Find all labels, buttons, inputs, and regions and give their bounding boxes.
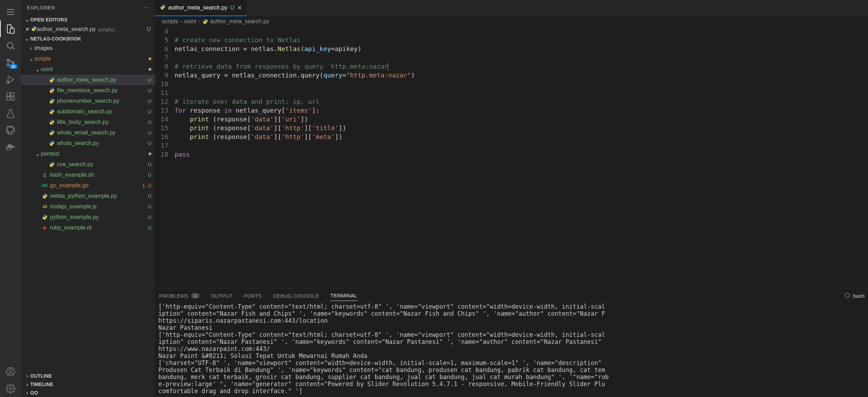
svg-point-23	[9, 369, 12, 372]
code-content[interactable]: # create new connection to Netlasnetlas_…	[175, 27, 868, 288]
svg-point-8	[12, 62, 14, 64]
outline-section[interactable]: › OUTLINE	[21, 372, 155, 380]
github-icon[interactable]	[2, 122, 19, 139]
git-status: U	[146, 109, 151, 114]
editor-tab[interactable]: author_meta_search.py U ✕	[155, 0, 247, 16]
py-file-icon	[48, 140, 56, 146]
svg-rect-20	[8, 145, 10, 146]
ports-tab[interactable]: PORTS	[243, 291, 262, 301]
run-debug-icon[interactable]	[2, 71, 19, 88]
breadcrumb[interactable]: scripts › osint › author_meta_search.py	[155, 16, 868, 27]
code-editor[interactable]: 456789101112131415161718 # create new co…	[155, 27, 868, 288]
line-number-gutter: 456789101112131415161718	[155, 27, 175, 288]
file-item[interactable]: JSnodejs_example.jsU	[21, 201, 155, 212]
accounts-icon[interactable]	[2, 363, 19, 380]
file-item[interactable]: ◆ruby_example.rbU	[21, 222, 155, 233]
file-name: author_meta_search.py	[57, 77, 146, 83]
git-status: 1, U	[140, 183, 151, 188]
source-control-icon[interactable]: 15	[2, 54, 19, 71]
svg-rect-21	[10, 145, 12, 146]
git-status: U	[146, 204, 151, 209]
terminal-shell-icon[interactable]	[844, 292, 850, 299]
activity-bar: 15	[0, 0, 21, 397]
output-tab[interactable]: OUTPUT	[210, 291, 233, 301]
sidebar-more-icon[interactable]: ⋯	[144, 5, 150, 11]
untracked-dot-icon	[149, 152, 151, 155]
file-item[interactable]: subdomain_search.pyU	[21, 106, 155, 117]
docker-icon[interactable]	[2, 139, 19, 156]
folder-pentest[interactable]: ⌄ pentest	[21, 149, 155, 159]
file-name: nodejs_example.js	[50, 203, 146, 210]
file-item[interactable]: whois_email_search.pyU	[21, 127, 155, 138]
file-item[interactable]: netlas_python_example.pyU	[21, 191, 155, 201]
breadcrumb-item[interactable]: osint	[184, 18, 196, 25]
extensions-icon[interactable]	[2, 88, 19, 105]
file-item[interactable]: file_mentions_search.pyU	[21, 85, 155, 96]
open-editors-section[interactable]: ⌄ OPEN EDITORS	[21, 15, 155, 24]
chevron-right-icon: ›	[24, 373, 30, 379]
search-icon[interactable]	[2, 37, 19, 54]
modified-dot-icon	[149, 57, 151, 60]
breadcrumb-item[interactable]: author_meta_search.py	[210, 18, 269, 25]
file-item[interactable]: $bash_example.shU	[21, 170, 155, 180]
file-item[interactable]: GOgo_example.go1, U	[21, 180, 155, 191]
git-status: U	[146, 172, 151, 178]
open-editor-item[interactable]: ✕ author_meta_search.py scripts/... U	[21, 24, 155, 34]
file-item[interactable]: python_example.pyU	[21, 212, 155, 222]
panel-tabs: PROBLEMS 1 OUTPUT PORTS DEBUG CONSOLE TE…	[155, 288, 868, 303]
open-editor-status: U	[146, 26, 153, 32]
svg-point-6	[7, 59, 9, 61]
py-file-icon	[41, 193, 49, 199]
go-section[interactable]: › GO	[21, 389, 155, 397]
file-name: title_body_search.py	[57, 119, 146, 125]
file-item[interactable]: title_body_search.pyU	[21, 117, 155, 127]
breadcrumb-item[interactable]: scripts	[162, 18, 178, 25]
file-name: subdomain_search.py	[57, 108, 146, 115]
svg-line-5	[12, 48, 14, 49]
py-file-icon	[48, 77, 56, 83]
chevron-right-icon: ›	[27, 45, 34, 51]
py-file-icon	[41, 214, 49, 220]
rb-file-icon: ◆	[41, 225, 49, 231]
svg-rect-14	[11, 97, 14, 100]
menu-icon[interactable]	[2, 4, 19, 20]
settings-gear-icon[interactable]	[2, 380, 19, 397]
explorer-icon[interactable]	[2, 20, 19, 37]
repo-section[interactable]: ⌄ NETLAS-COOKBOOK	[21, 34, 155, 43]
problems-tab[interactable]: PROBLEMS 1	[158, 291, 200, 301]
file-item[interactable]: cve_search.pyU	[21, 159, 155, 170]
svg-point-7	[7, 64, 9, 66]
terminal-tab[interactable]: TERMINAL	[330, 290, 358, 301]
file-item[interactable]: author_meta_search.pyU	[21, 75, 155, 85]
main-area: author_meta_search.py U ✕ scripts › osin…	[155, 0, 868, 397]
folder-images[interactable]: › images	[21, 43, 155, 53]
close-icon[interactable]: ✕	[237, 5, 242, 11]
timeline-section[interactable]: › TIMELINE	[21, 380, 155, 389]
py-file-icon	[48, 162, 56, 167]
folder-scripts[interactable]: ⌄ scripts	[21, 53, 155, 64]
file-name: file_mentions_search.py	[57, 87, 146, 94]
terminal-output[interactable]: ['http-equiv="Content-Type" content="tex…	[155, 303, 868, 397]
chevron-right-icon: ›	[24, 382, 30, 387]
folder-osint[interactable]: ⌄ osint	[21, 64, 155, 75]
git-status: U	[146, 162, 151, 167]
py-file-icon	[48, 98, 56, 104]
debug-console-tab[interactable]: DEBUG CONSOLE	[272, 291, 320, 301]
file-tree: › images ⌄ scripts ⌄ osint author_meta_s…	[21, 43, 155, 233]
file-item[interactable]: whois_search.pyU	[21, 138, 155, 149]
svg-rect-3	[10, 29, 14, 33]
terminal-shell-name[interactable]: bash	[853, 293, 864, 299]
svg-rect-11	[7, 93, 10, 96]
file-item[interactable]: phonenumber_search.pyU	[21, 96, 155, 106]
file-name: whois_email_search.py	[57, 130, 146, 136]
file-name: netlas_python_example.py	[50, 193, 146, 199]
untracked-dot-icon	[149, 68, 151, 71]
js-file-icon: JS	[41, 204, 49, 209]
git-status: U	[146, 130, 151, 136]
close-icon[interactable]: ✕	[23, 26, 31, 33]
problems-count-badge: 1	[191, 293, 199, 298]
git-status: U	[146, 88, 151, 93]
tab-status: U	[230, 5, 234, 11]
py-file-icon	[48, 109, 56, 114]
testing-icon[interactable]	[2, 105, 19, 122]
